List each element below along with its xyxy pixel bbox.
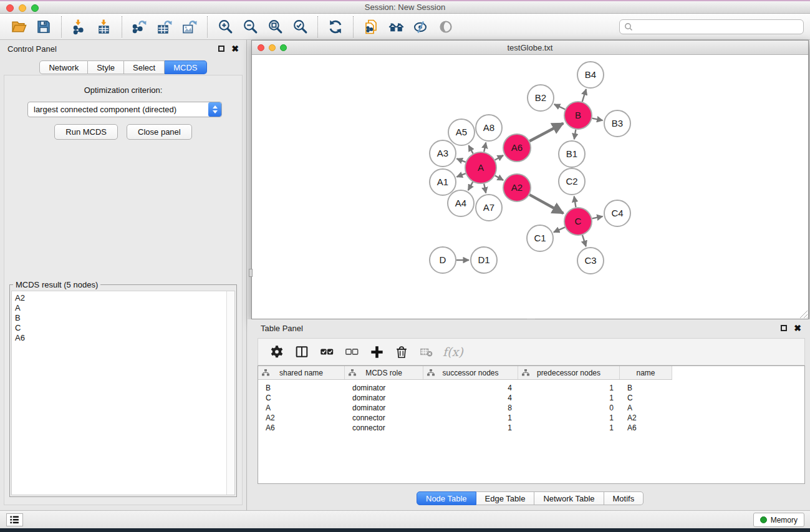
- zoom-window-icon[interactable]: [31, 4, 39, 12]
- result-list-scrollbar[interactable]: [226, 291, 234, 495]
- node-table[interactable]: shared name MCDS role successor nodes pr…: [258, 365, 805, 484]
- graph-edge-C-C4[interactable]: [592, 216, 603, 219]
- table-row[interactable]: Adominator80A: [258, 403, 804, 413]
- column-header-label: MCDS role: [365, 369, 402, 377]
- hide-graphics-details-icon[interactable]: [436, 17, 456, 37]
- graph-edge-B-B2[interactable]: [554, 104, 565, 109]
- graph-edge-A6-B[interactable]: [529, 123, 563, 142]
- graph-edge-A-A6[interactable]: [495, 155, 503, 160]
- graph-edge-A-A1[interactable]: [456, 173, 465, 177]
- graph-edge-B-B1[interactable]: [574, 130, 576, 140]
- table-cell: A: [258, 404, 345, 412]
- graph-edge-A2-C[interactable]: [529, 195, 563, 213]
- table-row[interactable]: Cdominator41C: [258, 393, 804, 403]
- column-header-label: shared name: [279, 369, 323, 377]
- settings-gear-icon[interactable]: [268, 342, 286, 361]
- graph-edge-B-B3[interactable]: [592, 118, 603, 121]
- close-window-icon[interactable]: [6, 4, 14, 12]
- close-network-icon[interactable]: [258, 44, 264, 51]
- delete-table-icon[interactable]: [417, 342, 436, 361]
- tab-mcds[interactable]: MCDS: [165, 60, 206, 74]
- table-panel-title: Table Panel: [261, 324, 303, 333]
- graph-node-label-C: C: [575, 216, 582, 226]
- graph-node-label-D1: D1: [478, 254, 489, 265]
- window-resize-handle-left[interactable]: [249, 269, 253, 277]
- open-session-icon[interactable]: [9, 17, 29, 37]
- table-cell: 1: [518, 423, 620, 432]
- network-view-window: testGlobe.txt AA1A2A3A4A5A6A7A8BB1B2B3B4…: [251, 40, 809, 319]
- zoom-in-icon[interactable]: [215, 17, 235, 37]
- graph-edge-A-A7[interactable]: [484, 183, 486, 193]
- table-cell: C: [620, 394, 672, 402]
- select-all-checkboxes-icon[interactable]: [317, 342, 336, 361]
- save-session-icon[interactable]: [34, 17, 54, 37]
- table-row[interactable]: Bdominator41B: [258, 383, 804, 393]
- export-network-icon[interactable]: [130, 17, 150, 37]
- zoom-network-icon[interactable]: [280, 44, 287, 51]
- result-list-item[interactable]: A6: [12, 333, 234, 343]
- graph-edge-C-C2[interactable]: [574, 196, 576, 208]
- graph-node-label-A4: A4: [455, 198, 466, 208]
- show-graphics-details-icon[interactable]: [411, 17, 431, 37]
- column-header-MCDS-role[interactable]: MCDS role: [345, 366, 423, 379]
- graph-edge-A-A3[interactable]: [456, 158, 465, 162]
- column-header-name[interactable]: name: [620, 366, 672, 379]
- export-image-icon[interactable]: [180, 17, 200, 37]
- column-header-predecessor-nodes[interactable]: predecessor nodes: [518, 366, 620, 379]
- minimize-window-icon[interactable]: [19, 4, 26, 12]
- tab-network[interactable]: Network: [39, 60, 88, 74]
- hierarchy-icon: [262, 369, 269, 376]
- home-layout-icon[interactable]: [386, 17, 406, 37]
- network-graph[interactable]: AA1A2A3A4A5A6A7A8BB1B2B3B4CC1C2C3C4DD1: [252, 55, 808, 319]
- close-panel-icon[interactable]: ✖: [231, 46, 239, 52]
- result-list-item[interactable]: C: [12, 323, 234, 333]
- tab-network-table[interactable]: Network Table: [534, 491, 604, 505]
- zoom-selected-icon[interactable]: [290, 17, 310, 37]
- add-entry-icon[interactable]: [367, 342, 386, 361]
- zoom-fit-icon[interactable]: [265, 17, 285, 37]
- tab-motifs[interactable]: Motifs: [604, 491, 644, 505]
- network-canvas[interactable]: AA1A2A3A4A5A6A7A8BB1B2B3B4CC1C2C3C4DD1: [252, 55, 808, 319]
- mcds-result-list[interactable]: A2ABCA6: [11, 291, 235, 495]
- deselect-all-checkboxes-icon[interactable]: [342, 342, 361, 361]
- column-layout-icon[interactable]: [292, 342, 311, 361]
- close-panel-button[interactable]: Close panel: [127, 124, 192, 140]
- criterion-dropdown[interactable]: largest connected component (directed): [27, 102, 222, 117]
- graph-edge-A-A5[interactable]: [468, 145, 473, 153]
- network-window-titlebar[interactable]: testGlobe.txt: [252, 41, 808, 55]
- tab-node-table[interactable]: Node Table: [417, 491, 476, 505]
- graph-edge-A-A4[interactable]: [468, 182, 473, 190]
- column-header-successor-nodes[interactable]: successor nodes: [423, 366, 518, 379]
- zoom-out-icon[interactable]: [240, 17, 260, 37]
- memory-button[interactable]: Memory: [753, 513, 804, 527]
- tab-select[interactable]: Select: [124, 60, 165, 74]
- tab-edge-table[interactable]: Edge Table: [476, 491, 535, 505]
- column-header-shared-name[interactable]: shared name: [258, 366, 345, 379]
- table-row[interactable]: A6connector11A6: [258, 423, 804, 433]
- tab-style[interactable]: Style: [88, 60, 124, 74]
- run-mcds-button[interactable]: Run MCDS: [54, 124, 118, 140]
- result-list-item[interactable]: B: [12, 313, 234, 323]
- export-table-icon[interactable]: [155, 17, 175, 37]
- graph-edge-C-C1[interactable]: [554, 227, 565, 232]
- clone-network-icon[interactable]: [361, 17, 381, 37]
- refresh-view-icon[interactable]: [325, 17, 345, 37]
- graph-edge-B-B4[interactable]: [582, 89, 586, 102]
- import-network-icon[interactable]: [69, 17, 89, 37]
- task-history-button[interactable]: [6, 513, 23, 526]
- function-builder-icon[interactable]: f(x): [443, 345, 463, 359]
- graph-edge-A-A2[interactable]: [495, 176, 503, 180]
- import-table-icon[interactable]: [94, 17, 114, 37]
- graph-edge-C-C3[interactable]: [582, 235, 586, 246]
- delete-entry-icon[interactable]: [392, 342, 411, 361]
- graph-edge-A-A8[interactable]: [484, 143, 486, 152]
- result-list-item[interactable]: A: [12, 303, 234, 313]
- minimize-network-icon[interactable]: [269, 44, 276, 51]
- search-input[interactable]: [636, 22, 799, 32]
- close-table-panel-icon[interactable]: ✖: [794, 325, 801, 331]
- float-panel-icon[interactable]: [218, 46, 224, 52]
- table-row[interactable]: A2connector11A2: [258, 413, 804, 423]
- float-table-panel-icon[interactable]: [781, 325, 787, 331]
- search-field[interactable]: [619, 19, 804, 34]
- result-list-item[interactable]: A2: [12, 293, 234, 303]
